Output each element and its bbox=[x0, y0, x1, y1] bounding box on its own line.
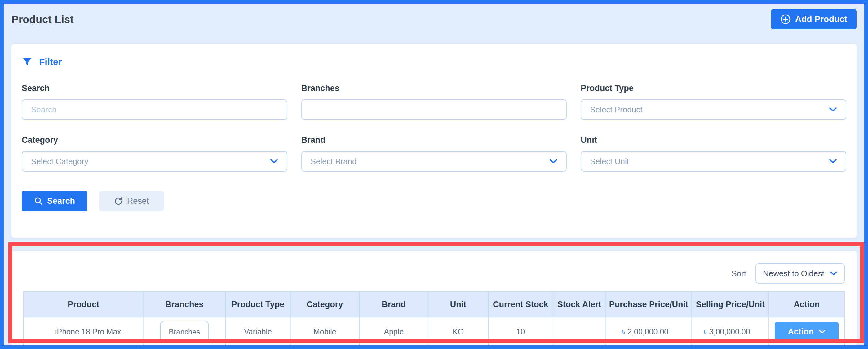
add-product-button[interactable]: Add Product bbox=[771, 9, 857, 29]
field-category: Category Select Category bbox=[22, 135, 287, 172]
add-product-label: Add Product bbox=[795, 14, 847, 24]
col-category: Category bbox=[290, 292, 359, 317]
unit-label: Unit bbox=[581, 135, 846, 145]
category-value: Select Category bbox=[31, 157, 88, 166]
sort-select[interactable]: Newest to Oldest bbox=[755, 263, 845, 284]
chevron-down-icon bbox=[829, 107, 837, 112]
cell-brand: Apple bbox=[359, 317, 428, 347]
col-action: Action bbox=[769, 292, 844, 317]
col-unit: Unit bbox=[428, 292, 488, 317]
table-row-partial bbox=[24, 347, 844, 349]
filter-panel: Filter Search Branches Product Type Sele… bbox=[11, 44, 857, 238]
row-branches-button[interactable]: Branches bbox=[160, 321, 209, 343]
product-table: Product Branches Product Type Category B… bbox=[23, 291, 845, 349]
search-label: Search bbox=[22, 83, 287, 93]
col-current-stock: Current Stock bbox=[488, 292, 553, 317]
purchase-price-value: 2,00,000.00 bbox=[627, 327, 669, 336]
row-action-label: Action bbox=[788, 327, 814, 337]
col-product: Product bbox=[24, 292, 144, 317]
product-type-select[interactable]: Select Product bbox=[581, 99, 846, 120]
unit-value: Select Unit bbox=[590, 157, 629, 166]
field-product-type: Product Type Select Product bbox=[581, 83, 846, 120]
col-selling-price: Selling Price/Unit bbox=[692, 292, 769, 317]
cell-product-type: Variable bbox=[225, 317, 290, 347]
page-title: Product List bbox=[11, 13, 74, 25]
col-product-type: Product Type bbox=[225, 292, 290, 317]
branches-label: Branches bbox=[301, 83, 567, 93]
brand-select[interactable]: Select Brand bbox=[301, 151, 567, 172]
cell-product: iPhone 18 Pro Max bbox=[24, 317, 144, 347]
filter-title: Filter bbox=[39, 57, 62, 67]
cell-unit: KG bbox=[428, 317, 488, 347]
unit-select[interactable]: Select Unit bbox=[581, 151, 846, 172]
brand-label: Brand bbox=[301, 135, 567, 145]
cell-branches: Branches bbox=[144, 317, 226, 347]
product-type-value: Select Product bbox=[590, 105, 642, 114]
sort-value: Newest to Oldest bbox=[763, 269, 824, 278]
product-table-panel: Sort Newest to Oldest Produc bbox=[11, 251, 857, 349]
row-action-button[interactable]: Action bbox=[775, 322, 839, 342]
cell-stock-alert bbox=[553, 317, 606, 347]
filter-search-button[interactable]: Search bbox=[22, 191, 87, 211]
col-stock-alert: Stock Alert bbox=[553, 292, 606, 317]
category-select[interactable]: Select Category bbox=[22, 151, 287, 172]
product-list-page: Product List Add Product Filter Search bbox=[0, 0, 868, 349]
chevron-down-icon bbox=[819, 329, 826, 334]
category-label: Category bbox=[22, 135, 287, 145]
table-row: iPhone 18 Pro Max Branches Variable Mobi… bbox=[24, 317, 844, 347]
col-purchase-price: Purchase Price/Unit bbox=[606, 292, 692, 317]
chevron-down-icon bbox=[830, 271, 837, 276]
col-brand: Brand bbox=[359, 292, 428, 317]
taka-currency-icon: ৳ bbox=[704, 327, 707, 336]
chevron-down-icon bbox=[829, 159, 837, 164]
sort-label: Sort bbox=[731, 269, 746, 278]
taka-currency-icon: ৳ bbox=[622, 327, 625, 336]
cell-purchase-price: ৳2,00,000.00 bbox=[606, 317, 692, 347]
chevron-down-icon bbox=[549, 159, 557, 164]
field-unit: Unit Select Unit bbox=[581, 135, 846, 172]
cell-action: Action bbox=[769, 317, 844, 347]
filter-reset-button[interactable]: Reset bbox=[99, 191, 164, 211]
cell-category: Mobile bbox=[290, 317, 359, 347]
filter-reset-label: Reset bbox=[127, 196, 149, 206]
field-search: Search bbox=[22, 83, 287, 120]
cell-current-stock: 10 bbox=[488, 317, 553, 347]
col-branches: Branches bbox=[144, 292, 226, 317]
cell-selling-price: ৳3,00,000.00 bbox=[692, 317, 769, 347]
filter-search-label: Search bbox=[47, 196, 75, 206]
search-input[interactable] bbox=[22, 99, 287, 120]
selling-price-value: 3,00,000.00 bbox=[709, 327, 750, 336]
filter-funnel-icon bbox=[22, 56, 33, 68]
brand-value: Select Brand bbox=[311, 157, 357, 166]
page-header: Product List Add Product bbox=[11, 8, 857, 30]
product-type-label: Product Type bbox=[581, 83, 846, 93]
magnifier-icon bbox=[34, 197, 43, 205]
field-brand: Brand Select Brand bbox=[301, 135, 567, 172]
branches-input[interactable] bbox=[301, 99, 567, 120]
refresh-icon bbox=[114, 197, 123, 205]
field-branches: Branches bbox=[301, 83, 567, 120]
plus-circle-icon bbox=[780, 14, 791, 25]
table-header-row: Product Branches Product Type Category B… bbox=[24, 292, 844, 317]
chevron-down-icon bbox=[270, 159, 278, 164]
